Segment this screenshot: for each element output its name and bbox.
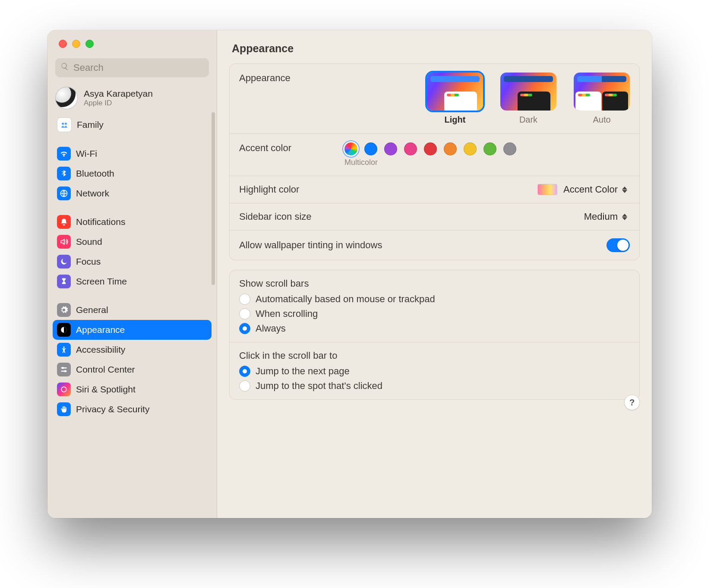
close-window-button[interactable]	[59, 40, 67, 48]
sidebar-item-label: Network	[76, 188, 109, 199]
scrollbars-option-scrolling[interactable]: When scrolling	[239, 308, 630, 319]
sound-icon	[57, 235, 71, 249]
sidebar-item-focus[interactable]: Focus	[53, 252, 212, 272]
sidebar-item-label: Wi-Fi	[76, 149, 97, 159]
chevron-updown-icon	[622, 212, 630, 221]
sidebar-list: Family Wi-Fi Bluetooth Network Notificat…	[47, 113, 217, 421]
appearance-option-dark[interactable]: Dark	[500, 73, 556, 125]
sidebar-icon-select[interactable]: Medium	[584, 211, 630, 222]
accent-red[interactable]	[424, 142, 437, 155]
sidebar-item-label: Bluetooth	[76, 168, 114, 179]
accent-yellow[interactable]	[464, 142, 477, 155]
accent-label: Accent color	[239, 142, 334, 154]
moon-icon	[57, 255, 71, 269]
sidebar-item-apple-id[interactable]: Asya Karapetyan Apple ID	[47, 83, 217, 113]
sidebar-item-appearance[interactable]: Appearance	[53, 320, 212, 340]
sidebar-item-label: Appearance	[76, 325, 125, 335]
radio-label: Automatically based on mouse or trackpad	[256, 294, 435, 305]
sidebar-icon-label: Sidebar icon size	[239, 211, 312, 222]
accessibility-icon	[57, 343, 71, 357]
appearance-option-label: Light	[445, 115, 466, 125]
accent-purple[interactable]	[384, 142, 397, 155]
scrollbars-option-always[interactable]: Always	[239, 323, 630, 334]
accent-caption: Multicolor	[344, 158, 378, 167]
tinting-toggle[interactable]	[607, 238, 630, 252]
network-icon	[57, 187, 71, 200]
window-controls	[47, 30, 217, 48]
sidebar-item-network[interactable]: Network	[53, 183, 212, 203]
tinting-label: Allow wallpaper tinting in windows	[239, 240, 382, 251]
appearance-option-light[interactable]: Light	[427, 73, 483, 125]
sidebar: Asya Karapetyan Apple ID Family Wi-Fi Bl…	[47, 30, 217, 518]
accent-orange[interactable]	[444, 142, 457, 155]
sidebar-item-general[interactable]: General	[53, 300, 212, 320]
appearance-panel: Appearance Light Dark	[229, 63, 640, 260]
minimize-window-button[interactable]	[72, 40, 80, 48]
sidebar-item-accessibility[interactable]: Accessibility	[53, 340, 212, 360]
help-button[interactable]: ?	[624, 395, 640, 410]
bluetooth-icon	[57, 167, 71, 180]
maximize-window-button[interactable]	[85, 40, 94, 48]
svg-point-7	[62, 367, 64, 369]
sidebar-item-label: Notifications	[76, 217, 125, 227]
sidebar-item-notifications[interactable]: Notifications	[53, 212, 212, 232]
svg-point-4	[63, 347, 64, 348]
highlight-label: Highlight color	[239, 184, 299, 195]
search-icon	[60, 62, 69, 73]
accent-swatches	[344, 142, 516, 155]
sidebar-item-label: Focus	[76, 256, 101, 267]
sidebar-item-label: Privacy & Security	[76, 404, 149, 414]
radio-label: Jump to the spot that's clicked	[256, 380, 382, 392]
sidebar-item-siri-spotlight[interactable]: Siri & Spotlight	[53, 379, 212, 399]
click-scroll-option-page[interactable]: Jump to the next page	[239, 366, 630, 377]
sidebar-item-screen-time[interactable]: Screen Time	[53, 272, 212, 291]
page-title: Appearance	[217, 30, 652, 63]
highlight-select[interactable]: Accent Color	[537, 184, 630, 195]
search-field[interactable]	[55, 58, 209, 77]
sidebar-item-label: Family	[77, 120, 104, 130]
appearance-option-auto[interactable]: Auto	[574, 73, 630, 125]
accent-blue[interactable]	[364, 142, 377, 155]
sidebar-item-sound[interactable]: Sound	[53, 232, 212, 252]
radio-label: Always	[256, 323, 286, 334]
appearance-option-label: Auto	[593, 115, 610, 125]
scrollbars-title: Show scroll bars	[239, 278, 630, 289]
svg-point-1	[65, 123, 67, 125]
click-scroll-title: Click in the scroll bar to	[239, 350, 630, 361]
sidebar-item-bluetooth[interactable]: Bluetooth	[53, 164, 212, 183]
scrollbars-option-auto[interactable]: Automatically based on mouse or trackpad	[239, 294, 630, 305]
sidebar-item-privacy-security[interactable]: Privacy & Security	[53, 399, 212, 419]
main-content: Appearance Appearance Light	[217, 30, 652, 518]
highlight-value: Accent Color	[563, 184, 618, 195]
sidebar-item-label: Control Center	[76, 364, 135, 375]
sidebar-scrollbar[interactable]	[212, 112, 215, 285]
click-scroll-group: Click in the scroll bar to Jump to the n…	[230, 342, 639, 399]
svg-point-8	[64, 370, 66, 372]
search-input[interactable]	[73, 62, 204, 74]
appearance-label: Appearance	[239, 73, 334, 84]
scroll-panel: Show scroll bars Automatically based on …	[229, 270, 640, 400]
sidebar-item-wifi[interactable]: Wi-Fi	[53, 144, 212, 164]
accent-green[interactable]	[483, 142, 496, 155]
sidebar-item-family[interactable]: Family	[53, 114, 212, 135]
appearance-option-label: Dark	[519, 115, 537, 125]
siri-icon	[57, 383, 71, 396]
accent-multicolor[interactable]	[344, 142, 357, 155]
sidebar-item-label: General	[76, 305, 108, 315]
scrollbars-group: Show scroll bars Automatically based on …	[230, 270, 639, 342]
family-icon	[57, 117, 72, 132]
svg-point-0	[62, 123, 64, 125]
settings-window: Asya Karapetyan Apple ID Family Wi-Fi Bl…	[47, 30, 652, 518]
gear-icon	[57, 303, 71, 317]
sidebar-item-control-center[interactable]: Control Center	[53, 360, 212, 379]
accent-graphite[interactable]	[503, 142, 516, 155]
account-name: Asya Karapetyan	[84, 89, 153, 99]
click-scroll-option-spot[interactable]: Jump to the spot that's clicked	[239, 380, 630, 392]
help-icon: ?	[629, 398, 635, 408]
radio-label: When scrolling	[256, 308, 318, 319]
accent-pink[interactable]	[404, 142, 417, 155]
hand-icon	[57, 402, 71, 416]
sidebar-item-label: Siri & Spotlight	[76, 384, 136, 395]
account-subtitle: Apple ID	[84, 99, 153, 107]
sidebar-item-label: Sound	[76, 237, 102, 247]
